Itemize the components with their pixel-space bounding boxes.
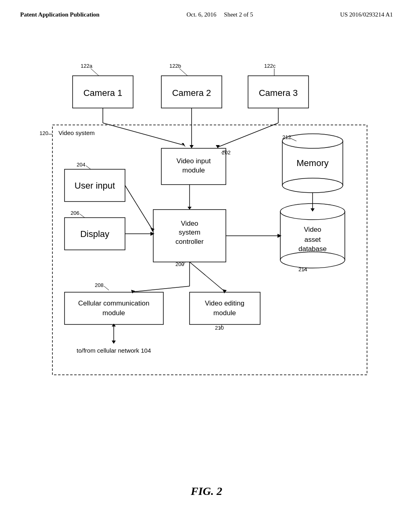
page-header: Patent Application Publication Oct. 6, 2…: [0, 0, 413, 18]
cellular-network-label: to/from cellular network 104: [77, 347, 151, 354]
arrow-cell-down: [112, 341, 116, 344]
arrow-cell-up: [112, 324, 116, 326]
svg-line-11: [86, 166, 91, 169]
ref-120: 120: [40, 130, 48, 136]
svg-line-14: [125, 185, 152, 230]
user-input-label: User input: [75, 181, 115, 191]
svg-line-15: [80, 214, 85, 218]
arrow-disp-vsc: [150, 232, 154, 236]
video-editing-label2: module: [213, 309, 236, 317]
vsc-label3: controller: [175, 238, 204, 245]
ref-122b: 122b: [169, 63, 181, 69]
svg-line-23: [133, 286, 190, 292]
cellular-box: [65, 292, 163, 324]
memory-top: [282, 134, 343, 148]
memory-label: Memory: [296, 158, 328, 168]
video-editing-label1: Video editing: [205, 299, 244, 307]
ref-214: 214: [298, 266, 307, 272]
ref-122a: 122a: [81, 63, 93, 69]
patent-number: US 2016/0293214 A1: [340, 11, 393, 18]
svg-line-24: [190, 262, 225, 291]
video-input-label1: Video input: [177, 157, 211, 165]
diagram-area: 122a 122b 122c Camera 1 Camera 2 Camera …: [32, 56, 379, 419]
cellular-label1: Cellular communication: [78, 299, 150, 307]
publication-date-sheet: Oct. 6, 2016 Sheet 2 of 5: [186, 11, 253, 18]
vad-bottom: [280, 252, 345, 268]
arrow-cam1: [181, 143, 186, 147]
camera3-label: Camera 3: [259, 88, 298, 98]
display-label: Display: [80, 229, 109, 239]
svg-line-8: [218, 123, 278, 147]
svg-line-1: [179, 69, 188, 76]
camera1-label: Camera 1: [83, 88, 123, 98]
arrow-cam2: [190, 145, 194, 148]
video-editing-box: [190, 292, 260, 324]
arrow-vsc-ve: [223, 289, 227, 293]
video-system-label: Video system: [58, 129, 95, 136]
ref-122c: 122c: [264, 63, 276, 69]
arrow-ui-vsc: [150, 228, 154, 232]
ref-204: 204: [77, 162, 86, 168]
memory-bottom: [282, 178, 343, 193]
video-input-label2: module: [182, 166, 205, 174]
ref-202: 202: [222, 150, 231, 156]
vad-label2: asset: [305, 236, 321, 243]
vad-label3: database: [298, 245, 327, 253]
arrow-vsc-vad: [277, 234, 282, 238]
vsc-label2: system: [179, 229, 200, 236]
ref-210: 210: [215, 325, 224, 331]
ref-206: 206: [71, 210, 79, 216]
svg-line-5: [103, 123, 184, 145]
svg-line-20: [104, 286, 109, 290]
ref-212: 212: [282, 134, 291, 140]
cellular-label2: module: [102, 309, 125, 317]
figure-label: FIG. 2: [0, 485, 413, 498]
ref-200: 200: [175, 261, 184, 267]
camera2-label: Camera 2: [172, 88, 211, 98]
publication-date: Oct. 6, 2016: [186, 11, 216, 18]
sheet-info: Sheet 2 of 5: [224, 11, 253, 18]
svg-line-0: [91, 69, 99, 76]
ref-208: 208: [95, 282, 104, 288]
vad-label1: Video: [304, 226, 321, 233]
publication-type: Patent Application Publication: [20, 11, 100, 18]
diagram-svg: 122a 122b 122c Camera 1 Camera 2 Camera …: [32, 56, 379, 419]
vsc-label1: Video: [181, 220, 198, 227]
arrow-vi-vsc: [188, 207, 192, 210]
